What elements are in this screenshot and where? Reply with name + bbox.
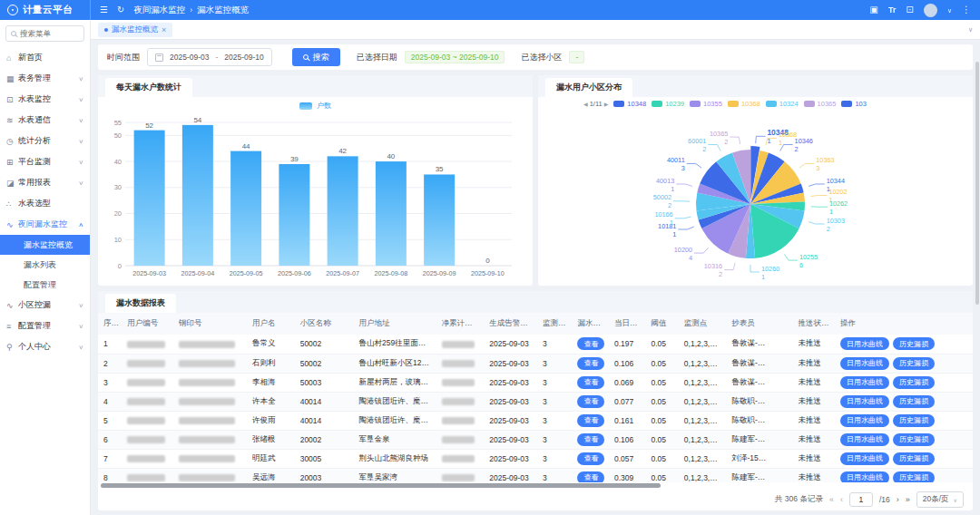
date-range-picker[interactable]: 2025-09-03 - 2025-09-10: [147, 48, 272, 66]
legend-prev-icon[interactable]: ◀: [583, 101, 588, 107]
action-button-0[interactable]: 日用水曲线: [840, 395, 889, 408]
action-button-1[interactable]: 历史漏损: [893, 395, 935, 408]
sidebar-item-personal-center[interactable]: ⚲ 个人中心∨: [0, 336, 90, 357]
view-button[interactable]: 查看: [577, 414, 604, 427]
logo-area: 计量云平台: [0, 0, 91, 20]
tabbar-chevron-icon[interactable]: ∨: [968, 26, 973, 34]
legend-next-icon[interactable]: ▶: [604, 101, 609, 107]
sidebar-item-meter-management[interactable]: ▦ 表务管理∨: [0, 68, 90, 89]
hamburger-icon[interactable]: ☰: [100, 5, 108, 15]
tab-leak-overview[interactable]: 漏水监控概览 ×: [98, 23, 172, 37]
redacted-value: [758, 359, 789, 366]
pie-legend-item-10324[interactable]: 10324: [766, 100, 799, 108]
col-header-14[interactable]: 推送状态▼: [792, 313, 835, 335]
action-button-0[interactable]: 日用水曲线: [840, 471, 889, 483]
cell-user-no: [122, 430, 173, 449]
action-button-1[interactable]: 历史漏损: [893, 414, 935, 427]
action-button-0[interactable]: 日用水曲线: [840, 414, 889, 427]
last-page-button[interactable]: »: [906, 495, 910, 504]
avatar[interactable]: [924, 4, 937, 17]
sidebar-item-platform-monitor[interactable]: ⊞ 平台监测∨: [0, 151, 90, 172]
cell-push-status: 未推送: [792, 392, 835, 411]
h-scroll-thumb[interactable]: [101, 483, 661, 488]
sidebar-item-community-leak[interactable]: ∿ 小区控漏∨: [0, 295, 90, 316]
svg-text:0: 0: [485, 257, 490, 265]
action-button-0[interactable]: 日用水曲线: [840, 376, 889, 389]
action-button-1[interactable]: 历史漏损: [893, 376, 935, 389]
sidebar-item-label: 个人中心: [18, 341, 79, 353]
view-button[interactable]: 查看: [577, 395, 604, 408]
bar-legend[interactable]: 户数: [98, 101, 533, 111]
action-button-1[interactable]: 历史漏损: [893, 357, 935, 370]
cell-leak-detail: 查看: [572, 468, 609, 482]
action-button-0[interactable]: 日用水曲线: [840, 452, 889, 465]
top-header: 计量云平台 ☰ ↻ 夜间漏水监控 › 漏水监控概览 ▣ Tr ⊡ ∨ ⋮: [0, 0, 980, 20]
sidebar-item-label: 小区控漏: [18, 299, 79, 311]
more-icon[interactable]: ⋮: [962, 5, 971, 15]
view-button[interactable]: 查看: [577, 471, 604, 483]
svg-text:2025-09-05: 2025-09-05: [230, 269, 263, 277]
action-button-0[interactable]: 日用水曲线: [840, 337, 889, 350]
next-page-button[interactable]: ›: [897, 495, 899, 504]
view-button[interactable]: 查看: [577, 433, 604, 446]
sidebar-item-meter-comm[interactable]: ≋ 水表通信∨: [0, 110, 90, 131]
search-button[interactable]: 搜索: [292, 48, 340, 66]
sidebar-item-night-leak-monitor[interactable]: ∿ 夜间漏水监控∧: [0, 214, 90, 235]
chevron-down-icon[interactable]: ∨: [947, 7, 952, 14]
first-page-button[interactable]: «: [829, 495, 834, 504]
screenshot-icon[interactable]: ▣: [870, 5, 878, 15]
cell-push-status: 未推送: [792, 468, 835, 482]
sidebar-item-stats-analysis[interactable]: ◷ 统计分析∨: [0, 131, 90, 151]
cell-alarm-date: 2025-09-03: [484, 373, 537, 392]
breadcrumb-parent[interactable]: 夜间漏水监控: [133, 5, 185, 16]
redacted-value: [758, 378, 789, 385]
view-button[interactable]: 查看: [577, 357, 604, 370]
action-button-1[interactable]: 历史漏损: [893, 337, 935, 350]
action-button-0[interactable]: 日用水曲线: [840, 357, 889, 370]
bar-chart-body: 户数 0102030405055522025-09-03542025-09-04…: [98, 97, 533, 286]
tab-close-icon[interactable]: ×: [162, 25, 166, 34]
cell-address: 陶港镇团坵许、糜墩组: [353, 392, 436, 411]
view-button[interactable]: 查看: [577, 337, 604, 350]
pie-legend-item-10365[interactable]: 10365: [804, 100, 837, 108]
view-button[interactable]: 查看: [577, 452, 604, 465]
page-number-input[interactable]: [849, 492, 873, 507]
pie-legend-item-103[interactable]: 103: [841, 100, 867, 108]
sidebar-subitem-leak-config[interactable]: 配置管理: [0, 275, 90, 295]
filter-icon[interactable]: ▼: [831, 321, 835, 326]
sidebar-item-meter-monitor[interactable]: ⊡ 水表监控∨: [0, 89, 90, 110]
menu-search-input[interactable]: [20, 29, 73, 38]
sidebar-item-config-management[interactable]: ≡ 配置管理∨: [0, 316, 90, 336]
sidebar-item-common-reports[interactable]: ◪ 常用报表∨: [0, 172, 90, 193]
pie-legend-item-10355[interactable]: 10355: [690, 100, 722, 108]
col-header-13: 抄表员: [727, 313, 793, 335]
sidebar-item-home[interactable]: ⌂ 新首页: [0, 47, 90, 68]
sidebar-search[interactable]: [5, 25, 84, 42]
pie-legend-item-10368[interactable]: 10368: [728, 100, 760, 108]
page-size-select[interactable]: 20条/页 ∨: [916, 491, 964, 508]
svg-text:1: 1: [670, 219, 673, 227]
sidebar-subitem-leak-list[interactable]: 漏水列表: [0, 255, 90, 275]
sidebar-subitem-leak-overview[interactable]: 漏水监控概览: [0, 235, 90, 255]
svg-text:4: 4: [689, 254, 692, 262]
v-scroll-thumb[interactable]: [975, 62, 979, 305]
cell-days: 3: [537, 373, 572, 392]
action-button-0[interactable]: 日用水曲线: [840, 433, 889, 446]
sidebar-item-meter-selection[interactable]: ∴ 水表选型: [0, 193, 90, 214]
translate-icon[interactable]: Tr: [888, 5, 897, 15]
action-button-1[interactable]: 历史漏损: [893, 433, 935, 446]
cell-leak-detail: 查看: [572, 373, 609, 392]
cell-days: 3: [537, 354, 572, 373]
pie-legend-item-10348[interactable]: 10348: [613, 100, 646, 108]
fullscreen-icon[interactable]: ⊡: [906, 5, 913, 15]
refresh-icon[interactable]: ↻: [117, 5, 124, 15]
action-button-1[interactable]: 历史漏损: [893, 452, 935, 465]
cell-community: 30005: [295, 449, 354, 468]
search-button-label: 搜索: [313, 52, 329, 63]
view-button[interactable]: 查看: [577, 376, 604, 389]
pie-legend-item-10239[interactable]: 10239: [652, 100, 684, 108]
action-button-1[interactable]: 历史漏损: [893, 471, 935, 483]
tab-bar: 漏水监控概览 × ∨: [91, 20, 980, 40]
cell-actions: 日用水曲线历史漏损单表分析: [835, 449, 973, 468]
prev-page-button[interactable]: ‹: [840, 495, 843, 504]
